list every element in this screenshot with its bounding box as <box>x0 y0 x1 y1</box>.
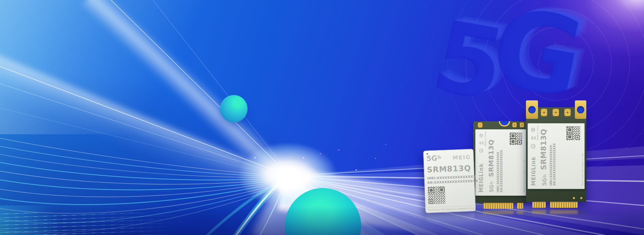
tech-5g-mark: 5G <box>426 155 443 162</box>
fiducial-dot <box>580 197 582 199</box>
tech-5g-label: 5G <box>542 178 548 186</box>
company-text: MeiG Smart Technology Co., LTD <box>581 153 584 186</box>
made-in-text: Made in China <box>536 126 539 140</box>
screw-hole <box>528 106 536 113</box>
fiducial-dot <box>573 197 575 199</box>
module-label: MEIGLink e 5G SRM813Q IMEI:XXXXXXXXXXXXX… <box>528 123 585 189</box>
weee-bin-icon <box>531 136 536 140</box>
signal-waves-icon <box>542 173 546 178</box>
screw-hole-pad <box>575 100 586 119</box>
imei-text: IMEI:XXXXXXXXXXXXXXX <box>550 127 553 186</box>
sn-text: SN:XXXXXXXXXXXXXXXXX <box>500 133 503 192</box>
weee-bin-icon <box>479 141 483 145</box>
module-mpcie-medium: MEIGLink e 5G SRM813Q IMEI:XXXXXXXXXXXXX… <box>473 122 527 203</box>
finger-reflection <box>517 210 523 214</box>
signal-waves-icon <box>489 180 493 185</box>
module-reflection <box>427 214 474 224</box>
tech-5g-label: 5G <box>489 185 495 192</box>
edge-connector-fingers <box>484 203 513 209</box>
antenna-connector-icon <box>564 108 571 116</box>
module-label: MEIGLink e 5G SRM813Q IMEI:XXXXXXXXXXXXX… <box>475 129 526 196</box>
pcb-notch <box>499 121 510 127</box>
svg-text:e: e <box>480 150 483 151</box>
antenna-connector-icon <box>512 122 517 128</box>
brand-logo: MEIGLink <box>478 163 484 192</box>
edge-connector-fingers <box>532 202 546 208</box>
floor-scan-lines <box>0 213 188 235</box>
light-burst-core <box>259 160 319 191</box>
antenna-connector-icon <box>552 108 559 116</box>
edge-connector-fingers <box>517 203 523 209</box>
company-text: MeiG Smart Technology Co., LTD <box>428 207 461 211</box>
sn-text: SN:XXXXXXXXXXXXXXXXX <box>553 127 556 186</box>
module-lga: 5G MEIG SRM813Q IMEI:XXXXXXXXXXXXXXX SN:… <box>423 149 476 213</box>
antenna-connector-icon <box>541 108 547 116</box>
tech-5g-mark: 5G <box>542 173 547 186</box>
screw-hole <box>577 106 584 113</box>
made-in-text: Made in China <box>461 207 475 210</box>
tech-5g-label: 5G <box>426 154 437 162</box>
antenna-connector-icon <box>520 122 524 128</box>
qr-code <box>428 186 446 204</box>
signal-waves-icon <box>437 155 443 159</box>
company-text: MeiG Smart Technology Co., LTD <box>523 160 525 192</box>
finger-reflection <box>532 210 546 214</box>
teal-sphere-small <box>220 95 248 123</box>
imei-text: IMEI:XXXXXXXXXXXXXXX <box>497 133 500 192</box>
module-footer: MeiG Smart Technology Co., LTD Made in C… <box>428 205 473 211</box>
svg-text:e: e <box>532 145 535 147</box>
qr-code <box>566 126 580 140</box>
made-in-text: Made in China <box>484 132 486 146</box>
e-mark-icon: e <box>479 148 483 153</box>
brand-logo: MEIGLink <box>531 157 537 186</box>
finger-reflection <box>484 210 513 214</box>
tech-5g-mark: 5G <box>489 180 494 192</box>
qr-code <box>509 132 522 145</box>
finger-reflection <box>550 210 578 214</box>
e-mark-icon: e <box>531 144 536 149</box>
brand-logo: MEIG <box>452 154 471 161</box>
screw-hole-pad <box>526 100 538 119</box>
model-name: SRM813Q <box>540 129 547 170</box>
edge-connector-fingers <box>550 202 578 208</box>
model-name: SRM813Q <box>427 164 471 174</box>
module-mpcie-large: MEIGLink e 5G SRM813Q IMEI:XXXXXXXXXXXXX… <box>526 107 586 202</box>
ccc-icon <box>531 127 536 132</box>
sn-text: SN:XXXXXXXXXXXXXXXXX <box>427 179 472 184</box>
ccc-icon <box>479 133 483 138</box>
module-label-content: MEIGLink e 5G SRM813Q IMEI:XXXXXXXXXXXXX… <box>475 129 526 196</box>
antenna-connector-icon <box>478 122 483 128</box>
module-header: 5G MEIG <box>426 154 471 162</box>
module-label-content: MEIGLink e 5G SRM813Q IMEI:XXXXXXXXXXXXX… <box>528 123 585 189</box>
hero-banner: 5 G <box>0 0 644 235</box>
model-name: SRM813Q <box>488 139 494 177</box>
